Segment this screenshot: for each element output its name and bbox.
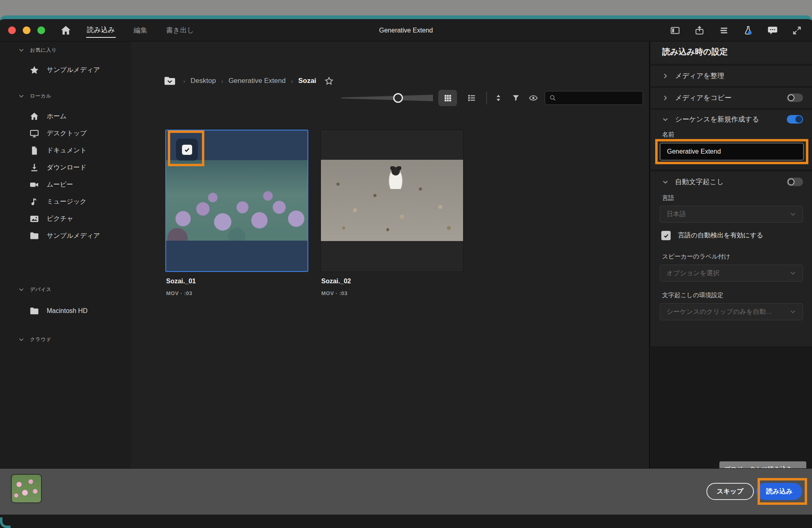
slider-track[interactable] bbox=[341, 95, 433, 101]
chevron-right-icon bbox=[662, 73, 669, 79]
organize-media-row[interactable]: メディアを整理 bbox=[651, 66, 812, 86]
feedback-icon[interactable] bbox=[767, 25, 778, 36]
search-input[interactable] bbox=[560, 94, 639, 102]
checkbox-checked[interactable] bbox=[661, 231, 671, 240]
search-icon bbox=[549, 94, 556, 102]
sidebar-item-sample-media-folder[interactable]: サンプルメディア bbox=[29, 227, 100, 244]
list-view-button[interactable] bbox=[462, 90, 481, 106]
breadcrumb-generative-extend[interactable]: Generative Extend bbox=[228, 77, 286, 85]
sidebar: お気に入り サンプルメディア ローカル ホーム デスクトップ ドキュメント bbox=[0, 41, 131, 468]
sidebar-item-label: サンプルメディア bbox=[47, 66, 100, 74]
sidebar-item-sample-media[interactable]: サンプルメディア bbox=[29, 61, 100, 78]
chevron-down-icon bbox=[790, 270, 796, 276]
section-label: デバイス bbox=[30, 286, 52, 293]
transcription-preferences-dropdown[interactable]: シーケンスのクリップのみを自動… bbox=[660, 303, 803, 320]
name-label: 名前 bbox=[662, 131, 674, 139]
auto-transcribe-toggle-off[interactable] bbox=[787, 178, 803, 186]
beta-flask-icon[interactable] bbox=[743, 25, 754, 36]
row-label: シーケンスを新規作成する bbox=[675, 115, 759, 124]
search-box[interactable] bbox=[545, 91, 643, 105]
checkbox-label: 言語の自動検出を有効にする bbox=[678, 231, 763, 240]
workspace-panel-icon[interactable] bbox=[670, 25, 680, 36]
filter-icon[interactable] bbox=[510, 91, 522, 105]
breadcrumb-desktop[interactable]: Desktop bbox=[191, 77, 216, 85]
language-dropdown[interactable]: 日本語 bbox=[660, 206, 803, 223]
panel-header-card: 読み込み時の設定 bbox=[651, 41, 812, 64]
display-icon bbox=[29, 128, 39, 139]
speaker-label: スピーカーのラベル付け bbox=[662, 253, 730, 261]
star-icon bbox=[29, 65, 39, 75]
preview-eye-icon[interactable] bbox=[527, 91, 539, 105]
slider-knob[interactable] bbox=[393, 93, 403, 103]
document-icon bbox=[29, 146, 39, 156]
dropdown-value: オプションを選択 bbox=[667, 269, 719, 278]
premiere-import-window: 読み込み 編集 書き出し Generative Extend bbox=[0, 15, 812, 528]
download-icon bbox=[29, 163, 39, 173]
sidebar-item-label: ドキュメント bbox=[47, 146, 87, 155]
sidebar-item-home[interactable]: ホーム bbox=[29, 108, 67, 125]
sidebar-item-desktop[interactable]: デスクトップ bbox=[29, 125, 87, 142]
sidebar-section-local[interactable]: ローカル bbox=[18, 91, 52, 100]
transcription-preferences-label: 文字起こしの環境設定 bbox=[662, 291, 723, 299]
chevron-down-icon bbox=[18, 47, 24, 53]
sidebar-item-movies[interactable]: ムービー bbox=[29, 176, 73, 193]
file-browser: › Desktop › Generative Extend › Sozai bbox=[131, 41, 650, 468]
chevron-down-icon bbox=[18, 337, 24, 343]
zoom-button[interactable] bbox=[37, 26, 45, 34]
chevron-down-icon bbox=[790, 211, 796, 217]
sidebar-section-devices[interactable]: デバイス bbox=[18, 285, 52, 294]
close-button[interactable] bbox=[8, 26, 16, 34]
import-action-bar: スキップ 読み込み bbox=[0, 468, 812, 515]
sort-icon[interactable] bbox=[492, 91, 505, 105]
sidebar-item-downloads[interactable]: ダウンロード bbox=[29, 159, 87, 176]
sidebar-item-label: デスクトップ bbox=[47, 129, 87, 138]
mode-tabs: 読み込み 編集 書き出し bbox=[86, 19, 195, 41]
share-icon[interactable] bbox=[694, 25, 705, 36]
tile-meta: MOV · :03 bbox=[321, 290, 347, 296]
new-sequence-toggle-on[interactable] bbox=[787, 115, 803, 124]
fullscreen-icon[interactable] bbox=[792, 25, 802, 36]
section-label: お気に入り bbox=[30, 47, 57, 54]
tile-letterbox-bottom bbox=[321, 241, 463, 272]
language-label: 言語 bbox=[662, 194, 674, 202]
sidebar-item-label: ピクチャ bbox=[47, 215, 74, 223]
chevron-down-icon bbox=[662, 116, 669, 123]
sidebar-section-cloud[interactable]: クラウド bbox=[18, 335, 52, 344]
tile-name: Sozai._02 bbox=[321, 278, 351, 285]
speaker-dropdown[interactable]: オプションを選択 bbox=[660, 265, 803, 282]
breadcrumb: › Desktop › Generative Extend › Sozai bbox=[163, 76, 334, 86]
grid-view-button[interactable] bbox=[438, 90, 457, 106]
sidebar-item-label: ムービー bbox=[47, 180, 73, 189]
minimize-button[interactable] bbox=[23, 26, 30, 34]
media-tile-sozai-02[interactable] bbox=[320, 130, 463, 272]
sidebar-item-macintosh-hd[interactable]: Macintosh HD bbox=[29, 302, 87, 319]
breadcrumb-separator: › bbox=[183, 78, 185, 85]
thumbnail-size-slider[interactable] bbox=[341, 93, 433, 103]
favorite-star-icon[interactable] bbox=[324, 76, 334, 86]
sidebar-item-music[interactable]: ミュージック bbox=[29, 193, 87, 210]
copy-media-row[interactable]: メディアをコピー bbox=[651, 88, 812, 108]
picture-icon bbox=[29, 214, 39, 224]
chevron-right-icon bbox=[662, 95, 669, 101]
new-sequence-section: シーケンスを新規作成する 名前 bbox=[651, 110, 812, 169]
sidebar-item-documents[interactable]: ドキュメント bbox=[29, 142, 87, 159]
folder-open-icon[interactable] bbox=[163, 76, 176, 86]
autodetect-language-row[interactable]: 言語の自動検出を有効にする bbox=[661, 231, 763, 240]
sidebar-item-pictures[interactable]: ピクチャ bbox=[29, 210, 74, 227]
tile-letterbox-top bbox=[321, 130, 463, 161]
folder-icon bbox=[29, 231, 39, 241]
dropdown-value: 日本語 bbox=[667, 210, 686, 219]
tab-export[interactable]: 書き出し bbox=[165, 23, 195, 37]
new-sequence-row[interactable]: シーケンスを新規作成する bbox=[662, 115, 759, 124]
home-icon[interactable] bbox=[59, 24, 72, 37]
media-tile-sozai-01[interactable] bbox=[165, 130, 308, 272]
tab-edit[interactable]: 編集 bbox=[133, 23, 148, 37]
copy-media-toggle-off[interactable] bbox=[787, 93, 803, 102]
sidebar-section-favorites[interactable]: お気に入り bbox=[18, 46, 57, 54]
stack-menu-icon[interactable] bbox=[719, 25, 729, 36]
auto-transcribe-row[interactable]: 自動文字起こし bbox=[662, 177, 724, 187]
row-label: 自動文字起こし bbox=[675, 177, 724, 187]
chevron-down-icon bbox=[790, 309, 796, 315]
tab-import[interactable]: 読み込み bbox=[86, 23, 116, 38]
skip-button[interactable]: スキップ bbox=[706, 483, 754, 500]
